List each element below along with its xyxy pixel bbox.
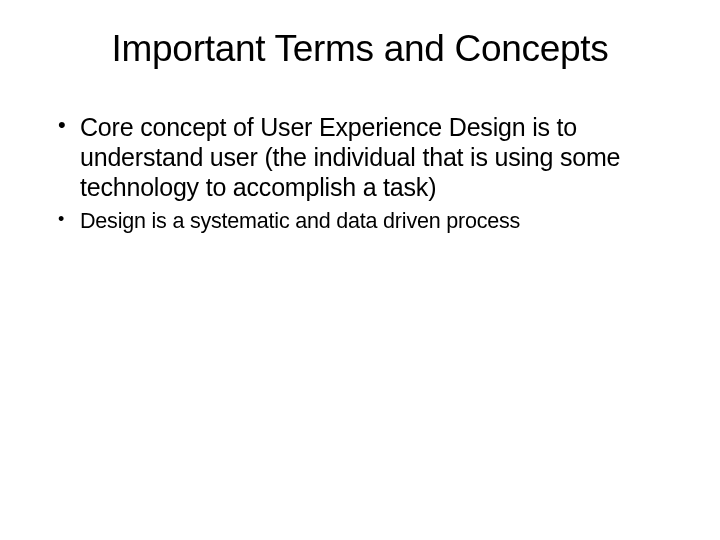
slide-title: Important Terms and Concepts — [40, 28, 680, 70]
slide-container: Important Terms and Concepts Core concep… — [0, 0, 720, 540]
bullet-item: Core concept of User Experience Design i… — [54, 112, 680, 202]
bullet-item: Design is a systematic and data driven p… — [54, 208, 680, 235]
bullet-list: Core concept of User Experience Design i… — [40, 112, 680, 235]
